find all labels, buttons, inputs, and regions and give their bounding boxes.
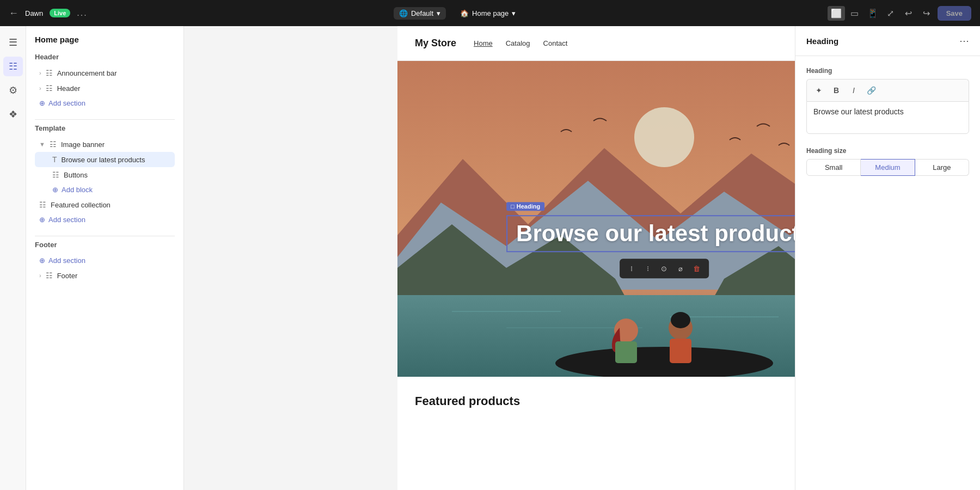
divider-2 [35, 236, 175, 236]
size-large-button[interactable]: Large [915, 159, 969, 176]
hero-section: □ Heading Browse our latest products ⁞ ⁝… [397, 61, 795, 377]
browse-heading-label: Browse our latest products [62, 156, 145, 164]
tablet-device-button[interactable]: ▭ [847, 6, 862, 21]
rich-text-toolbar: ✦ B I 🔗 [806, 79, 969, 101]
theme-select[interactable]: 🌐 Default ▾ [394, 7, 446, 20]
header-add-section-button[interactable]: ⊕ Add section [35, 96, 90, 111]
topbar-more-button[interactable]: ... [77, 8, 87, 18]
store-nav: Home Catalog Contact [474, 39, 795, 47]
footer-icon: ☷ [46, 271, 53, 280]
footer-add-plus-icon: ⊕ [39, 256, 45, 265]
sidebar-settings-button[interactable]: ⚙ [3, 81, 23, 100]
header-label: Header [57, 84, 81, 93]
sidebar-item-announcement-bar[interactable]: › ☷ Announcement bar [35, 65, 175, 81]
announcement-bar-icon: ☷ [46, 69, 53, 77]
page-label: Home page [472, 9, 509, 17]
footer-group-title: Footer [35, 241, 175, 249]
sidebar-item-footer[interactable]: › ☷ Footer [35, 268, 175, 283]
buttons-label: Buttons [64, 171, 88, 179]
sidebar-nav-button[interactable]: ☰ [3, 33, 23, 52]
topbar-left: ← Dawn Live ... [9, 8, 88, 19]
sidebar-subitem-browse-heading[interactable]: T Browse our latest products [35, 152, 175, 167]
sidebar-item-image-banner[interactable]: ▼ ☷ Image banner [35, 137, 175, 152]
nav-home[interactable]: Home [474, 39, 493, 47]
announcement-bar-label: Announcement bar [57, 69, 117, 77]
rich-text-link[interactable]: 🔗 [863, 83, 879, 98]
add-section-plus-icon: ⊕ [39, 99, 45, 107]
svg-rect-22 [615, 341, 637, 363]
right-panel-header: Heading ⋯ [795, 26, 980, 56]
heading-toolbar-settings[interactable]: ⊙ [657, 261, 672, 276]
image-banner-icon: ☷ [50, 140, 57, 149]
header-group-title: Header [35, 53, 175, 61]
page-select[interactable]: 🏠 Home page ▾ [455, 7, 521, 20]
device-buttons: ⬜ ▭ 📱 ⤢ [828, 6, 897, 21]
back-button[interactable]: ← [9, 8, 19, 19]
sidebar-icon-rail: ☰ ☷ ⚙ ❖ [0, 26, 26, 490]
sidebar-item-featured-collection[interactable]: ☷ Featured collection [35, 197, 175, 212]
sidebar-page-title: Home page [35, 35, 175, 44]
footer-add-section-button[interactable]: ⊕ Add section [35, 253, 90, 268]
right-panel-more-button[interactable]: ⋯ [959, 35, 969, 47]
buttons-icon: ☷ [52, 170, 59, 179]
featured-section-title: Featured products [415, 394, 795, 408]
undo-button[interactable]: ↩ [902, 6, 915, 21]
nav-contact[interactable]: Contact [543, 39, 568, 47]
svg-rect-25 [670, 339, 691, 363]
right-panel-body: Heading ✦ B I 🔗 Heading size Small Mediu… [795, 56, 980, 490]
heading-size-section: Heading size Small Medium Large [806, 147, 969, 176]
image-banner-chevron-icon: ▼ [39, 141, 45, 148]
home-icon: 🏠 [460, 9, 469, 17]
heading-toolbar-hide[interactable]: ⌀ [673, 261, 688, 276]
size-small-button[interactable]: Small [806, 159, 861, 176]
announcement-bar-chevron-icon: › [39, 70, 41, 76]
desktop-device-button[interactable]: ⬜ [828, 6, 845, 21]
redo-button[interactable]: ↪ [920, 6, 933, 21]
fullscreen-device-button[interactable]: ⤢ [884, 6, 897, 21]
heading-toolbar-align-center[interactable]: ⁝ [640, 261, 656, 276]
heading-inline-toolbar: ⁞ ⁝ ⊙ ⌀ 🗑 [620, 259, 709, 278]
svg-point-24 [671, 312, 690, 328]
footer-label: Footer [57, 272, 78, 280]
rich-text-italic[interactable]: I [846, 83, 861, 98]
theme-chevron-icon: ▾ [437, 9, 440, 17]
svg-point-1 [634, 107, 694, 167]
topbar-right: ⬜ ▭ 📱 ⤢ ↩ ↪ Save [828, 6, 971, 21]
topbar-center: 🌐 Default ▾ 🏠 Home page ▾ [394, 7, 521, 20]
mobile-device-button[interactable]: 📱 [864, 6, 881, 21]
nav-catalog[interactable]: Catalog [506, 39, 530, 47]
heading-text: Browse our latest products [516, 220, 795, 246]
heading-toolbar-delete[interactable]: 🗑 [689, 261, 705, 276]
heading-toolbar-align-left[interactable]: ⁞ [624, 261, 639, 276]
heading-textarea[interactable] [806, 101, 969, 134]
rich-text-sparkle[interactable]: ✦ [811, 83, 826, 98]
sidebar-sections-button[interactable]: ☷ [3, 57, 23, 76]
template-add-plus-icon: ⊕ [39, 216, 45, 224]
topbar: ← Dawn Live ... 🌐 Default ▾ 🏠 Home page … [0, 0, 980, 26]
header-add-section-label: Add section [48, 99, 85, 107]
template-add-section-button[interactable]: ⊕ Add section [35, 212, 90, 227]
rich-text-bold[interactable]: B [829, 83, 844, 98]
heading-block-label: □ Heading [506, 202, 544, 211]
heading-text-box[interactable]: Browse our latest products [506, 215, 795, 252]
image-banner-add-block-button[interactable]: ⊕ Add block [35, 182, 97, 197]
add-block-plus-icon: ⊕ [52, 186, 58, 194]
heading-block-text: Heading [517, 203, 540, 210]
sidebar-apps-button[interactable]: ❖ [3, 105, 23, 124]
sidebar-item-header[interactable]: › ☷ Header [35, 81, 175, 96]
heading-size-label: Heading size [806, 147, 969, 155]
template-add-section-label: Add section [48, 216, 85, 224]
heading-field-label: Heading [806, 67, 969, 75]
save-button[interactable]: Save [938, 6, 971, 21]
canvas-frame: My Store Home Catalog Contact 🔍 🛒 [397, 26, 795, 490]
divider-1 [35, 119, 175, 120]
size-medium-button[interactable]: Medium [861, 159, 915, 176]
header-chevron-icon: › [39, 85, 41, 91]
header-section-group: Header › ☷ Announcement bar › ☷ Header ⊕… [35, 53, 175, 111]
right-panel: Heading ⋯ Heading ✦ B I 🔗 Heading size S… [795, 26, 980, 490]
sidebar-content: Home page Header › ☷ Announcement bar › … [26, 26, 183, 490]
featured-section: Featured products [397, 377, 795, 426]
header-icon: ☷ [46, 84, 53, 93]
sidebar-subitem-buttons[interactable]: ☷ Buttons [35, 167, 175, 182]
heading-block-icon: □ [511, 203, 514, 210]
